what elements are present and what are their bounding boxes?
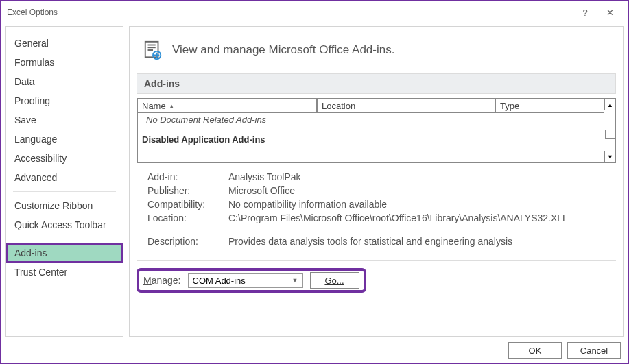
manage-selected-value: COM Add-ins [193,276,246,286]
sidebar-item-addins[interactable]: Add-ins [6,243,123,263]
detail-compat-label: Compatibility: [147,199,228,210]
cancel-button[interactable]: Cancel [567,342,621,359]
sidebar-item-proofing[interactable]: Proofing [6,91,123,110]
sidebar-separator [13,191,116,192]
options-sidebar: General Formulas Data Proofing Save Lang… [5,26,123,337]
close-icon[interactable]: ✕ [597,3,622,22]
column-location[interactable]: Location [317,99,495,113]
addins-icon [142,39,164,61]
detail-description-label: Description: [147,236,228,247]
sidebar-item-quick-access[interactable]: Quick Access Toolbar [6,215,123,234]
manage-row: Manage: COM Add-ins ▼ Go... [137,268,366,293]
scroll-thumb[interactable] [605,130,615,139]
sidebar-item-save[interactable]: Save [6,110,123,130]
sidebar-separator [13,239,116,239]
sidebar-item-general[interactable]: General [6,34,123,53]
sidebar-item-accessibility[interactable]: Accessibility [6,149,123,168]
scroll-up-icon[interactable]: ▲ [604,99,616,110]
window-title: Excel Options [7,8,573,17]
content-divider [137,260,616,261]
sort-asc-icon: ▲ [169,103,175,110]
detail-description-value: Provides data analysis tools for statist… [228,236,512,247]
detail-location-label: Location: [147,213,228,223]
no-document-addins-msg: No Document Related Add-ins [142,113,610,126]
table-scrollbar[interactable]: ▲ ▼ [604,99,615,162]
title-bar: Excel Options ? ✕ [1,1,628,23]
sidebar-item-advanced[interactable]: Advanced [6,168,123,187]
dialog-footer: OK Cancel [508,342,621,359]
group-disabled-addins: Disabled Application Add-ins [142,133,610,146]
sidebar-item-formulas[interactable]: Formulas [6,53,123,72]
detail-publisher-value: Microsoft Office [228,185,295,196]
manage-combobox[interactable]: COM Add-ins ▼ [188,273,303,288]
panel-heading: View and manage Microsoft Office Add-ins… [172,43,394,57]
manage-label: Manage: [143,275,181,286]
detail-location-value: C:\Program Files\Microsoft Office\root\O… [228,213,568,223]
scroll-down-icon[interactable]: ▼ [604,151,616,162]
ok-button[interactable]: OK [508,342,562,359]
sidebar-item-language[interactable]: Language [6,130,123,149]
help-icon[interactable]: ? [573,3,597,22]
detail-compat-value: No compatibility information available [228,199,387,210]
addins-section-title: Add-ins [137,73,616,94]
addin-details: Add-in:Analysis ToolPak Publisher:Micros… [137,163,616,255]
chevron-down-icon: ▼ [292,277,298,284]
column-name[interactable]: Name▲ [137,99,317,113]
scroll-track[interactable] [604,110,615,151]
column-type[interactable]: Type [495,99,615,113]
sidebar-item-data[interactable]: Data [6,72,123,91]
addins-panel: View and manage Microsoft Office Add-ins… [129,26,624,337]
detail-addin-value: Analysis ToolPak [228,171,301,182]
addins-table: Name▲ Location Type Document Related Add… [137,98,616,163]
sidebar-item-trust-center[interactable]: Trust Center [6,263,123,282]
detail-addin-label: Add-in: [147,171,228,182]
go-button[interactable]: Go... [310,272,359,289]
detail-publisher-label: Publisher: [147,185,228,196]
sidebar-item-customize-ribbon[interactable]: Customize Ribbon [6,196,123,215]
